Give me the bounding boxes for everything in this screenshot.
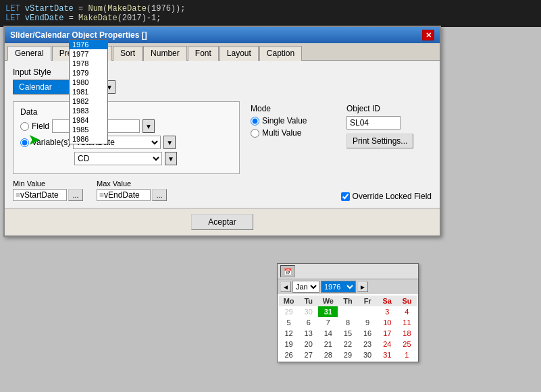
cal-cell[interactable]: 19 [279, 339, 299, 349]
cd-row: CD ▼ [74, 152, 232, 165]
cal-cell[interactable]: 29 [338, 349, 357, 360]
year-item-1981[interactable]: 1981 [70, 87, 107, 96]
cal-cell[interactable]: 20 [299, 339, 318, 349]
object-id-label: Object ID [346, 104, 429, 113]
year-item-1982[interactable]: 1982 [70, 96, 107, 106]
year-item-1978[interactable]: 1978 [70, 59, 107, 68]
cal-cell[interactable]: 24 [378, 339, 397, 349]
cal-cell[interactable]: 25 [397, 339, 417, 349]
multi-value-label: Multi Value [262, 128, 301, 138]
cal-cell[interactable]: 9 [358, 317, 378, 328]
prev-month-btn[interactable]: ◄ [280, 281, 291, 292]
field-radio[interactable] [20, 122, 29, 131]
data-label: Data [20, 107, 232, 117]
cal-week-5: 26 27 28 29 30 31 1 [279, 349, 417, 360]
multi-value-radio[interactable] [251, 129, 259, 138]
code-paren2: (1976)); [147, 4, 186, 13]
field-label: Field [32, 121, 49, 131]
calendar-grid: Mo Tu We Th Fr Sa Su 29 30 31 3 4 5 6 [278, 294, 418, 362]
year-item-1976[interactable]: 1976 [70, 40, 107, 49]
cal-cell[interactable]: 30 [358, 349, 378, 360]
keyword-let-2: LET [5, 13, 20, 23]
fn-num: Num [88, 4, 103, 13]
year-item-1984[interactable]: 1984 [70, 115, 107, 125]
override-row: Override Locked Field [341, 192, 432, 201]
cal-cell[interactable]: 11 [397, 317, 417, 328]
tab-number[interactable]: Number [143, 46, 187, 61]
single-value-radio[interactable] [251, 117, 259, 125]
min-value-input[interactable] [13, 189, 67, 201]
cal-cell[interactable]: 27 [299, 349, 318, 360]
cal-week-2: 5 6 7 8 9 10 11 [279, 317, 417, 328]
cal-cell[interactable]: 15 [338, 328, 357, 339]
cal-cell[interactable]: 1 [397, 349, 417, 360]
cal-cell-today[interactable]: 31 [318, 306, 338, 317]
cal-cell[interactable]: 29 [279, 306, 299, 317]
cd-select[interactable]: CD [74, 152, 162, 165]
keyword-let-1: LET [5, 4, 20, 13]
cal-cell[interactable]: 23 [358, 339, 378, 349]
arrow-annotation: ➤ [28, 132, 40, 148]
tab-font[interactable]: Font [188, 46, 219, 61]
cal-cell[interactable]: 16 [358, 328, 378, 339]
cal-cell[interactable]: 7 [318, 317, 338, 328]
cal-cell[interactable]: 30 [299, 306, 318, 317]
next-month-btn[interactable]: ► [357, 281, 368, 292]
code-eq2: = [69, 13, 78, 23]
year-item-1979[interactable]: 1979 [70, 68, 107, 78]
year-select[interactable]: 1976 [321, 281, 356, 293]
cal-cell[interactable]: 14 [318, 328, 338, 339]
cal-cell[interactable]: 8 [338, 317, 357, 328]
max-value-group: Max Value ... [97, 179, 167, 201]
print-settings-button[interactable]: Print Settings... [346, 134, 413, 148]
cal-cell[interactable]: 4 [397, 306, 417, 317]
cal-cell[interactable]: 31 [378, 349, 397, 360]
calendar-weeks: 29 30 31 3 4 5 6 7 8 9 10 11 12 13 [279, 306, 417, 360]
year-item-1986[interactable]: 1986 [70, 134, 107, 144]
code-line-1: LET vStartDate = Num(MakeDate(1976)); [5, 4, 536, 13]
cal-cell[interactable]: 3 [378, 306, 397, 317]
calendar-icon[interactable]: 📅 [280, 265, 295, 277]
max-value-label: Max Value [97, 179, 167, 188]
cal-cell[interactable]: 17 [378, 328, 397, 339]
cal-cell[interactable]: 6 [299, 317, 318, 328]
month-select[interactable]: Jan Feb Mar Apr May Jun Jul Aug Sep Oct … [292, 281, 319, 293]
code-line-2: LET vEndDate = MakeDate(2017)-1; [5, 13, 536, 23]
cal-cell[interactable]: 21 [318, 339, 338, 349]
header-th: Th [338, 296, 357, 306]
cal-cell[interactable]: 5 [279, 317, 299, 328]
cd-dropdown-btn[interactable]: ▼ [165, 152, 177, 165]
max-browse-btn[interactable]: ... [152, 189, 167, 201]
tab-general[interactable]: General [7, 46, 51, 61]
tab-layout[interactable]: Layout [220, 46, 259, 61]
cal-cell[interactable]: 12 [279, 328, 299, 339]
cal-cell[interactable]: 18 [397, 328, 417, 339]
year-item-1977[interactable]: 1977 [70, 49, 107, 59]
year-item-1983[interactable]: 1983 [70, 106, 107, 115]
field-dropdown-btn[interactable]: ▼ [143, 119, 155, 133]
max-value-input[interactable] [97, 189, 151, 201]
tab-sort[interactable]: Sort [113, 46, 143, 61]
single-value-label: Single Value [262, 116, 307, 125]
cal-cell[interactable]: 26 [279, 349, 299, 360]
override-checkbox[interactable] [341, 192, 350, 201]
min-browse-btn[interactable]: ... [68, 189, 83, 201]
year-item-1980[interactable]: 1980 [70, 78, 107, 87]
close-button[interactable]: ✕ [422, 30, 434, 40]
year-item-1985[interactable]: 1985 [70, 125, 107, 134]
variable-radio-row: Variable(s) vStartDate ▼ [20, 136, 232, 149]
cal-week-1: 29 30 31 3 4 [279, 306, 417, 317]
cal-cell[interactable]: 13 [299, 328, 318, 339]
code-eq: = [78, 4, 88, 13]
cal-cell[interactable] [338, 306, 357, 317]
mode-section: Mode Single Value Multi Value [248, 101, 336, 174]
cal-cell[interactable]: 22 [338, 339, 357, 349]
tab-caption[interactable]: Caption [259, 46, 302, 61]
variable-dropdown-btn[interactable]: ▼ [163, 136, 176, 149]
cal-cell[interactable]: 10 [378, 317, 397, 328]
cal-cell[interactable]: 28 [318, 349, 338, 360]
accept-button[interactable]: Aceptar [191, 214, 253, 230]
mode-label: Mode [251, 104, 333, 113]
cal-cell[interactable] [358, 306, 378, 317]
header-tu: Tu [299, 296, 318, 306]
